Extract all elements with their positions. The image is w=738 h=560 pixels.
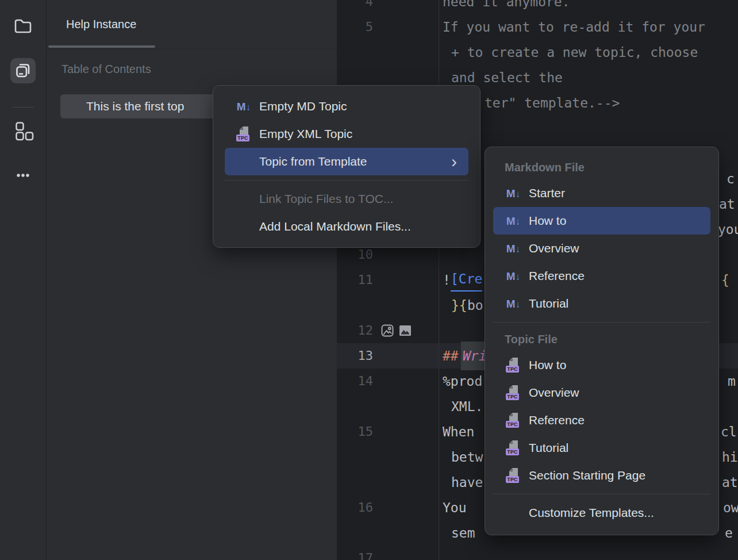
topic-file-icon: TPC <box>236 126 251 141</box>
topic-icon-slot: TPC <box>505 440 522 455</box>
line-number: 5 <box>337 14 373 40</box>
tool-window-tab[interactable]: Help Instance <box>66 0 136 49</box>
topic-from-template-submenu: Markdown FileM↓StarterM↓How toM↓Overview… <box>485 147 719 535</box>
markdown-icon-slot: M↓ <box>505 269 522 283</box>
tool-window-header: Help Instance <box>47 0 337 49</box>
topic-file-icon: TPC <box>506 468 521 483</box>
line-number: 12 <box>337 318 373 343</box>
menu-item-how-to[interactable]: M↓How to <box>493 207 710 235</box>
code-segment: at <box>719 191 735 217</box>
topic-file-icon: TPC <box>506 413 521 428</box>
markdown-icon-slot: M↓ <box>505 296 522 311</box>
markdown-icon-slot: M↓ <box>235 99 252 114</box>
markdown-icon-slot: M↓ <box>505 241 522 256</box>
menu-item-section-starting-page[interactable]: TPCSection Starting Page <box>493 462 710 489</box>
markdown-file-icon: M↓ <box>506 298 520 309</box>
code-segment: you <box>718 217 738 242</box>
code-segment: betw <box>451 444 483 470</box>
menu-item-topic-from-template[interactable]: Topic from Template› <box>225 148 468 175</box>
menu-item-label: Empty MD Topic <box>259 99 347 113</box>
submenu-arrow-icon: › <box>451 148 457 175</box>
topic-icon-slot: TPC <box>235 126 252 141</box>
markdown-file-icon: M↓ <box>506 243 520 254</box>
code-segment: + to create a new topic, choose <box>451 40 698 65</box>
menu-item-reference[interactable]: TPCReference <box>493 406 710 434</box>
menu-item-label: How to <box>529 214 566 228</box>
editor-wrap-line[interactable]: + to create a new topic, choose <box>337 40 738 65</box>
ide-window: Help Instance Table of Contents <box>0 0 738 560</box>
menu-item-reference[interactable]: M↓Reference <box>493 262 710 290</box>
menu-item-customize-templates[interactable]: Customize Templates... <box>493 499 710 527</box>
code-segment: ter" template.--> <box>485 90 620 116</box>
menu-item-label: Link Topic Files to TOC... <box>259 192 393 206</box>
menu-item-how-to[interactable]: TPCHow to <box>493 351 710 379</box>
line-number: 13 <box>337 343 373 369</box>
menu-item-label: Empty XML Topic <box>259 127 352 141</box>
menu-item-overview[interactable]: TPCOverview <box>493 379 710 406</box>
menu-item-tutorial[interactable]: TPCTutorial <box>493 434 710 462</box>
menu-separator <box>493 322 710 323</box>
tool-window-rail <box>0 0 47 560</box>
menu-item-overview[interactable]: M↓Overview <box>493 235 710 262</box>
tab-underline <box>48 45 155 48</box>
writerside-tool-button[interactable] <box>10 58 36 83</box>
menu-item-add-local-markdown-files[interactable]: Add Local Markdown Files... <box>225 213 468 240</box>
code-segment: need it anymore. <box>443 0 570 14</box>
line-number: 15 <box>337 419 373 444</box>
code-segment: ## <box>443 343 459 369</box>
structure-button[interactable] <box>10 118 36 144</box>
menu-item-label: Section Starting Page <box>529 469 645 482</box>
code-segment: You <box>443 495 467 520</box>
menu-section-header-topic-file: Topic File <box>485 327 718 351</box>
menu-item-label: Add Local Markdown Files... <box>259 220 411 233</box>
menu-item-empty-xml-topic[interactable]: TPCEmpty XML Topic <box>225 120 468 148</box>
more-tool-windows-button[interactable] <box>10 163 36 188</box>
editor-line-5[interactable]: 5If you want to re-add it for your <box>337 14 738 40</box>
rail-divider <box>13 107 33 108</box>
menu-item-label: Tutorial <box>529 297 568 310</box>
topic-icon-slot: TPC <box>505 413 522 428</box>
topic-icon-slot: TPC <box>505 385 522 400</box>
editor-line-4[interactable]: 4need it anymore. <box>337 0 738 14</box>
menu-item-starter[interactable]: M↓Starter <box>493 179 710 207</box>
markdown-icon-slot: M↓ <box>505 213 522 228</box>
menu-item-link-topic-files-to-toc[interactable]: Link Topic Files to TOC... <box>225 185 468 213</box>
code-segment: XML. <box>451 394 483 419</box>
toc-panel-header: Table of Contents <box>47 49 337 89</box>
line-number: 14 <box>337 369 373 394</box>
folder-icon <box>11 14 34 37</box>
code-segment: c <box>727 166 735 191</box>
topic-file-icon: TPC <box>506 440 521 455</box>
menu-item-label: Reference <box>529 413 585 427</box>
code-segment: have <box>451 470 483 495</box>
more-icon <box>11 164 34 187</box>
code-segment: { <box>721 267 729 293</box>
markdown-file-icon: M↓ <box>506 188 520 199</box>
markdown-file-icon: M↓ <box>506 216 520 227</box>
icon-spacer <box>505 505 522 520</box>
markdown-file-icon: M↓ <box>237 101 251 112</box>
help-instance-tool-window: Help Instance Table of Contents <box>47 0 337 560</box>
code-segment: m <box>728 369 736 394</box>
menu-item-label: Overview <box>529 241 579 255</box>
menu-item-empty-md-topic[interactable]: M↓Empty MD Topic <box>225 93 468 120</box>
topic-icon-slot: TPC <box>505 358 522 373</box>
menu-item-label: Customize Templates... <box>529 506 654 520</box>
menu-item-tutorial[interactable]: M↓Tutorial <box>493 290 710 317</box>
code-segment: e <box>725 520 733 546</box>
code-segment: Wri <box>463 343 487 369</box>
code-segment: cl <box>721 419 737 444</box>
icon-spacer <box>235 191 252 206</box>
menu-section-header-markdown-file: Markdown File <box>485 155 718 179</box>
gutter-separator <box>439 0 439 560</box>
code-segment: If you want to re-add it for your <box>443 14 705 40</box>
editor-line-17[interactable]: 17 <box>337 546 738 560</box>
topic-file-icon: TPC <box>506 358 521 373</box>
code-segment: ow <box>723 495 738 520</box>
menu-item-label: Topic from Template <box>259 155 367 168</box>
line-number: 11 <box>337 267 373 293</box>
project-button[interactable] <box>10 13 36 39</box>
code-segment: hi <box>722 444 738 470</box>
toc-tree-item-selected[interactable]: This is the first top <box>60 94 217 118</box>
menu-item-label: How to <box>529 358 566 372</box>
